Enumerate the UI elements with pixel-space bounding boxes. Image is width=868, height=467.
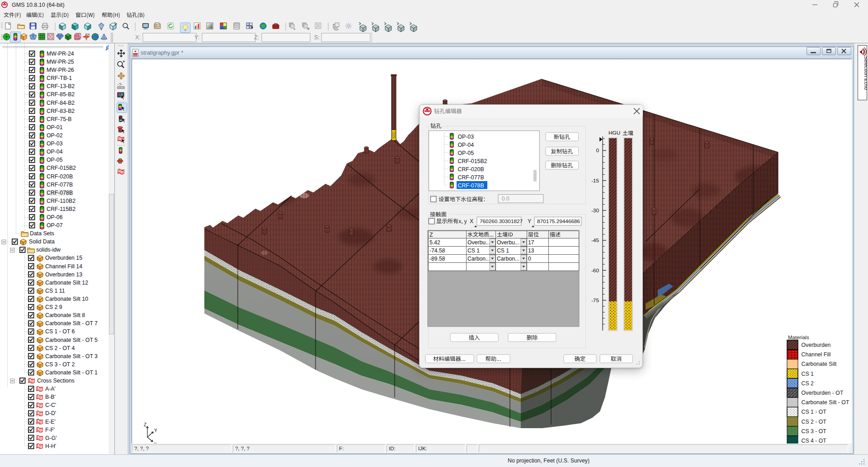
svg-text:760260.30301827: 760260.30301827	[480, 218, 523, 224]
svg-text:Overburden: Overburden	[802, 342, 831, 348]
svg-text:Y: Y	[528, 218, 531, 224]
svg-text:Carbonate Silt: Carbonate Silt	[802, 361, 837, 367]
svg-text:-89.58: -89.58	[429, 256, 445, 262]
svg-text:CS 1: CS 1	[497, 248, 509, 254]
svg-text:CS 1 - OT: CS 1 - OT	[802, 409, 827, 415]
svg-text:CRF-020B: CRF-020B	[458, 166, 484, 173]
svg-text:Channel Fill: Channel Fill	[802, 351, 831, 358]
svg-text:Carbon...: Carbon...	[497, 256, 519, 262]
svg-text:CS 1: CS 1	[802, 371, 814, 377]
svg-text:-74.58: -74.58	[429, 248, 445, 254]
svg-text:CS 2 - OT: CS 2 - OT	[802, 419, 827, 425]
svg-text:CS 2: CS 2	[802, 380, 814, 387]
svg-text:5.42: 5.42	[429, 239, 440, 246]
svg-text:Y:: Y:	[194, 34, 199, 41]
svg-text:-60: -60	[591, 267, 599, 274]
svg-text:Z:: Z:	[254, 34, 259, 41]
svg-text:Overburden - OT: Overburden - OT	[802, 390, 844, 396]
svg-text:OP-04: OP-04	[458, 142, 474, 148]
svg-text:S:: S:	[314, 34, 320, 41]
svg-text:CRF-077B: CRF-077B	[458, 174, 484, 181]
svg-text:-75: -75	[591, 297, 599, 304]
svg-text:17: 17	[528, 239, 534, 246]
svg-text:0.0: 0.0	[502, 196, 509, 202]
svg-text:-15: -15	[591, 177, 599, 184]
svg-text:-45: -45	[591, 237, 599, 243]
svg-text:CRF-015B2: CRF-015B2	[458, 158, 487, 164]
svg-text:N: N	[88, 33, 90, 36]
svg-text:X:: X:	[135, 34, 141, 41]
svg-text:CRF-078B: CRF-078B	[458, 182, 484, 189]
svg-text:-?-: -?-	[118, 82, 123, 87]
svg-text:CS 3 - OT: CS 3 - OT	[802, 428, 827, 434]
svg-text:Carbonate Silt - OT: Carbonate Silt - OT	[802, 399, 849, 406]
svg-text:Overbu...: Overbu...	[497, 239, 519, 246]
svg-text:OP-03: OP-03	[458, 134, 474, 140]
svg-text:CS 4 - OT: CS 4 - OT	[802, 438, 827, 444]
svg-text:Y: Y	[154, 428, 157, 433]
svg-text:0: 0	[528, 256, 531, 262]
svg-text:CS 1: CS 1	[467, 248, 480, 254]
svg-text:Carbon...: Carbon...	[467, 256, 490, 262]
svg-text:13: 13	[528, 248, 534, 254]
svg-text:Overbu...: Overbu...	[467, 239, 490, 246]
svg-text:Selection Echo: Selection Echo	[863, 56, 867, 90]
svg-text:X: X	[470, 218, 473, 224]
svg-text:Z: Z	[429, 232, 433, 238]
svg-text:Materials: Materials	[788, 335, 809, 340]
svg-text:OP-05: OP-05	[458, 150, 474, 156]
svg-text:870175.29446686: 870175.29446686	[537, 218, 580, 224]
svg-text:-30: -30	[591, 207, 599, 214]
svg-text:HGU: HGU	[609, 130, 620, 136]
svg-text:0: 0	[596, 147, 599, 154]
svg-text:Z: Z	[144, 422, 146, 427]
